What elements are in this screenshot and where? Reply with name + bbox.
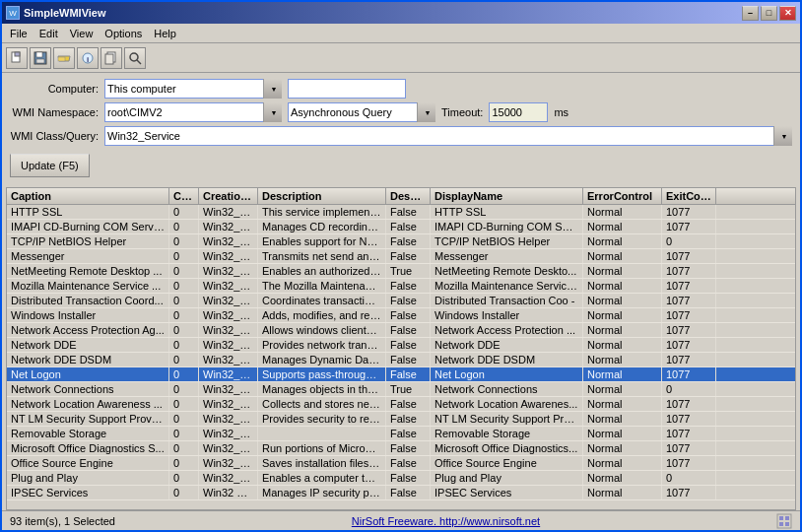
table-row[interactable]: Network DDE DSDM0Win32_Se...Manages Dyna… (7, 353, 795, 367)
cell-displayname: NT LM Security Support Pro... (431, 412, 583, 426)
close-button[interactable]: ✕ (779, 6, 796, 21)
table-row[interactable]: TCP/IP NetBIOS Helper0Win32_Se...Enables… (7, 234, 795, 249)
table-row[interactable]: Messenger0Win32_Se...Transmits net send … (7, 249, 795, 264)
cell-errorcontrol: Normal (583, 308, 662, 322)
col-header-ch[interactable]: Ch... (169, 188, 199, 204)
cell-caption: Messenger (7, 249, 169, 263)
wmi-namespace-label: WMI Namespace: (10, 106, 99, 118)
cell-creation: Win32_Se... (199, 353, 258, 366)
cell-description: Enables support for NetB... (258, 234, 386, 248)
menu-help[interactable]: Help (148, 26, 182, 41)
status-link[interactable]: NirSoft Freeware. http://www.nirsoft.net (352, 515, 540, 527)
cell-ch: 0 (169, 397, 199, 411)
computer-select[interactable]: This computer (104, 79, 282, 99)
table-row[interactable]: Office Source Engine0Win32_Se...Saves in… (7, 456, 795, 471)
menu-view[interactable]: View (64, 26, 100, 41)
cell-exitcode: 1077 (662, 308, 716, 322)
wmi-namespace-select[interactable]: root\CIMV2 (104, 102, 282, 122)
col-header-description[interactable]: Description (258, 188, 386, 204)
toolbar-new-button[interactable] (6, 47, 28, 69)
menu-bar: File Edit View Options Help (2, 24, 800, 43)
table-row[interactable]: Network Connections0Win32_Se...Manages o… (7, 382, 795, 397)
cell-description: Manages objects in the N... (258, 382, 386, 396)
cell-creation: Win32_Se... (199, 279, 258, 293)
table-row[interactable]: NetMeeting Remote Desktop ...0Win32_Se..… (7, 264, 795, 279)
toolbar-copy-button[interactable] (100, 47, 122, 69)
cell-desktop: False (386, 441, 431, 455)
table-row[interactable]: Distributed Transaction Coord...0Win32_S… (7, 294, 795, 308)
cell-errorcontrol: Normal (583, 353, 662, 366)
minimize-button[interactable]: – (742, 6, 759, 21)
cell-caption: Windows Installer (7, 308, 169, 322)
col-header-errorcontrol[interactable]: ErrorControl (583, 188, 662, 204)
cell-exitcode: 0 (662, 471, 716, 485)
table-row[interactable]: Network Location Awareness ...0Win32_Se.… (7, 397, 795, 412)
cell-displayname: Net Logon (431, 367, 583, 381)
async-query-select[interactable]: Asynchronous Query (288, 102, 435, 122)
table-row[interactable]: Removable Storage0Win32_Se...FalseRemova… (7, 427, 795, 441)
toolbar-save-button[interactable] (30, 47, 51, 69)
toolbar-open-button[interactable] (53, 47, 75, 69)
table-row[interactable]: Plug and Play0Win32_Se...Enables a compu… (7, 471, 795, 486)
cell-displayname: Office Source Engine (431, 456, 583, 470)
cell-exitcode: 1077 (662, 323, 716, 337)
cell-ch: 0 (169, 220, 199, 233)
toolbar-search-button[interactable] (124, 47, 146, 69)
table-row[interactable]: Microsoft Office Diagnostics S...0Win32_… (7, 441, 795, 456)
cell-errorcontrol: Normal (583, 234, 662, 248)
cell-displayname: Distributed Transaction Coo - (431, 294, 583, 307)
table-row[interactable]: HTTP SSL0Win32_Se...This service impleme… (7, 205, 795, 220)
computer-input[interactable] (288, 79, 406, 99)
cell-ch: 0 (169, 486, 199, 499)
table-row[interactable]: Network DDE0Win32_Se...Provides network … (7, 338, 795, 353)
wmi-class-row: WMI Class/Query: Win32_Service (10, 126, 792, 146)
cell-errorcontrol: Normal (583, 294, 662, 307)
cell-description: Provides network transp... (258, 338, 386, 352)
svg-rect-16 (785, 522, 789, 526)
table-row[interactable]: NT LM Security Support Provider0Win32_Se… (7, 412, 795, 427)
cell-caption: Network DDE DSDM (7, 353, 169, 366)
maximize-button[interactable]: □ (761, 6, 777, 21)
cell-desktop: False (386, 471, 431, 485)
cell-ch: 0 (169, 382, 199, 396)
col-header-creation[interactable]: Creation... (199, 188, 258, 204)
cell-exitcode: 1077 (662, 441, 716, 455)
menu-options[interactable]: Options (99, 26, 148, 41)
timeout-input[interactable] (489, 102, 548, 122)
toolbar-properties-button[interactable]: i (77, 47, 99, 69)
cell-displayname: Network DDE (431, 338, 583, 352)
cell-exitcode: 0 (662, 382, 716, 396)
cell-creation: Win32_Se... (199, 264, 258, 278)
col-header-exitcode[interactable]: ExitCode (662, 188, 716, 204)
cell-errorcontrol: Normal (583, 279, 662, 293)
wmi-class-select[interactable]: Win32_Service (104, 126, 792, 146)
update-button[interactable]: Update (F5) (10, 154, 90, 177)
table-row[interactable]: Windows Installer0Win32_Se...Adds, modif… (7, 308, 795, 323)
cell-desktop: False (386, 279, 431, 293)
computer-select-wrapper: This computer (104, 79, 282, 99)
table-row[interactable]: IPSEC Services0Win32 Se...Manages IP sec… (7, 486, 795, 500)
svg-point-10 (130, 53, 138, 61)
table-row[interactable]: Network Access Protection Ag...0Win32_Se… (7, 323, 795, 338)
svg-rect-5 (58, 57, 65, 61)
table-row[interactable]: Mozilla Maintenance Service ...0Win32_Se… (7, 279, 795, 294)
menu-file[interactable]: File (4, 26, 33, 41)
svg-rect-1 (15, 52, 20, 56)
col-header-desktop[interactable]: Deskt... (386, 188, 431, 204)
table-row[interactable]: Net Logon0Win32_Se...Supports pass-throu… (7, 367, 795, 382)
cell-exitcode: 1077 (662, 456, 716, 470)
status-icon (776, 513, 792, 529)
cell-creation: Win32_Se... (199, 249, 258, 263)
cell-displayname: Windows Installer (431, 308, 583, 322)
col-header-caption[interactable]: Caption (7, 188, 169, 204)
cell-displayname: IMAPI CD-Burning COM Ser... (431, 220, 583, 233)
col-header-displayname[interactable]: DisplayName (431, 188, 583, 204)
menu-edit[interactable]: Edit (33, 26, 64, 41)
table-row[interactable]: IMAPI CD-Burning COM Service0Win32_Se...… (7, 220, 795, 234)
cell-errorcontrol: Normal (583, 367, 662, 381)
cell-desktop: False (386, 412, 431, 426)
cell-description: The Mozilla Maintenance ... (258, 279, 386, 293)
cell-creation: Win32_Se... (199, 397, 258, 411)
cell-caption: IPSEC Services (7, 486, 169, 499)
cell-desktop: False (386, 205, 431, 219)
